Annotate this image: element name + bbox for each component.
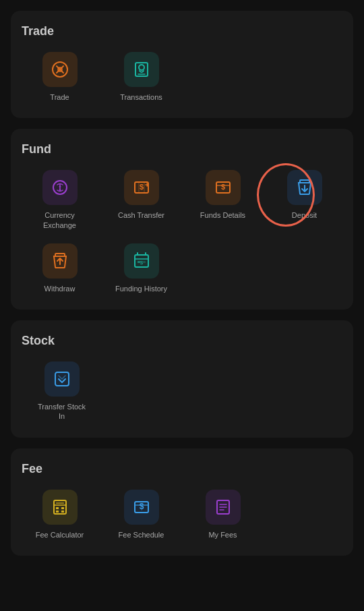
transactions-label: Transactions: [120, 92, 162, 102]
transactions-item[interactable]: Transactions: [103, 52, 179, 102]
deposit-item[interactable]: Deposit: [266, 170, 342, 230]
transfer-stock-in-icon: [53, 370, 71, 388]
funding-history-item[interactable]: $ Funding History: [103, 243, 179, 293]
trade-section: Trade Trade: [11, 11, 353, 118]
trade-title: Trade: [22, 24, 342, 38]
fee-grid: Fee Calculator $ Fee Schedule: [22, 490, 342, 540]
fee-section: Fee Fee Calculator: [11, 448, 353, 556]
cash-transfer-icon-box: $: [124, 170, 159, 205]
trade-item[interactable]: Trade: [22, 52, 98, 102]
fee-title: Fee: [22, 462, 342, 476]
withdraw-label: Withdraw: [44, 284, 75, 293]
deposit-label: Deposit: [292, 210, 317, 220]
stock-grid: Transfer StockIn: [22, 361, 342, 421]
transactions-icon: [132, 60, 151, 79]
fee-schedule-label: Fee Schedule: [119, 530, 164, 540]
svg-text:$: $: [139, 502, 144, 511]
currency-exchange-icon-box: ↕: [42, 170, 78, 205]
transfer-stock-in-item[interactable]: Transfer StockIn: [22, 361, 102, 421]
svg-rect-26: [61, 507, 64, 509]
cash-transfer-icon: $: [132, 178, 151, 197]
fee-calculator-item[interactable]: Fee Calculator: [22, 490, 98, 540]
funds-details-label: Funds Details: [200, 210, 245, 220]
fee-calculator-label: Fee Calculator: [36, 530, 84, 540]
funds-details-icon-box: $: [206, 170, 241, 205]
currency-exchange-icon: ↕: [51, 178, 69, 197]
svg-rect-21: [143, 261, 146, 263]
fee-schedule-item[interactable]: $ Fee Schedule: [103, 490, 179, 540]
fund-grid: ↕ CurrencyExchange $ Cash Transfer: [22, 170, 342, 293]
fund-title: Fund: [22, 142, 342, 156]
trade-icon: [51, 60, 69, 79]
deposit-icon-box: [287, 170, 322, 205]
funding-history-label: Funding History: [115, 284, 167, 293]
cash-transfer-label: Cash Transfer: [118, 210, 164, 220]
withdraw-icon: [51, 252, 69, 270]
transfer-stock-in-icon-box: [44, 361, 80, 397]
currency-exchange-label: CurrencyExchange: [43, 210, 76, 230]
trade-label: Trade: [50, 92, 69, 102]
transactions-icon-box: [124, 52, 159, 87]
currency-exchange-item[interactable]: ↕ CurrencyExchange: [22, 170, 98, 230]
my-fees-item[interactable]: My Fees: [185, 490, 261, 540]
transfer-stock-in-label: Transfer StockIn: [38, 402, 86, 421]
funding-history-icon: $: [132, 252, 151, 270]
svg-rect-28: [61, 511, 64, 513]
svg-point-5: [139, 65, 144, 70]
svg-rect-29: [56, 502, 64, 504]
trade-icon-box: [42, 52, 78, 87]
deposit-icon: [295, 178, 314, 197]
fee-schedule-icon-box: $: [124, 490, 159, 525]
fee-schedule-icon: $: [132, 498, 151, 517]
trade-grid: Trade Transactions: [22, 52, 342, 102]
fund-section: Fund ↕ CurrencyExchange $: [11, 129, 353, 310]
fee-calculator-icon: [51, 498, 69, 517]
my-fees-icon: [214, 498, 233, 517]
stock-title: Stock: [22, 334, 342, 348]
svg-text:$: $: [220, 183, 224, 191]
funds-details-item[interactable]: $ Funds Details: [185, 170, 261, 230]
fee-calculator-icon-box: [42, 490, 78, 525]
svg-rect-20: [138, 261, 140, 263]
funding-history-icon-box: $: [124, 243, 159, 279]
stock-section: Stock Transfer StockIn: [11, 320, 353, 438]
withdraw-item[interactable]: Withdraw: [22, 243, 98, 293]
my-fees-icon-box: [206, 490, 241, 525]
funds-details-icon: $: [214, 178, 233, 197]
svg-text:$: $: [139, 183, 143, 191]
withdraw-icon-box: [42, 243, 78, 279]
svg-rect-25: [56, 507, 59, 509]
cash-transfer-item[interactable]: $ Cash Transfer: [103, 170, 179, 230]
my-fees-label: My Fees: [208, 530, 237, 540]
svg-rect-27: [56, 511, 59, 513]
